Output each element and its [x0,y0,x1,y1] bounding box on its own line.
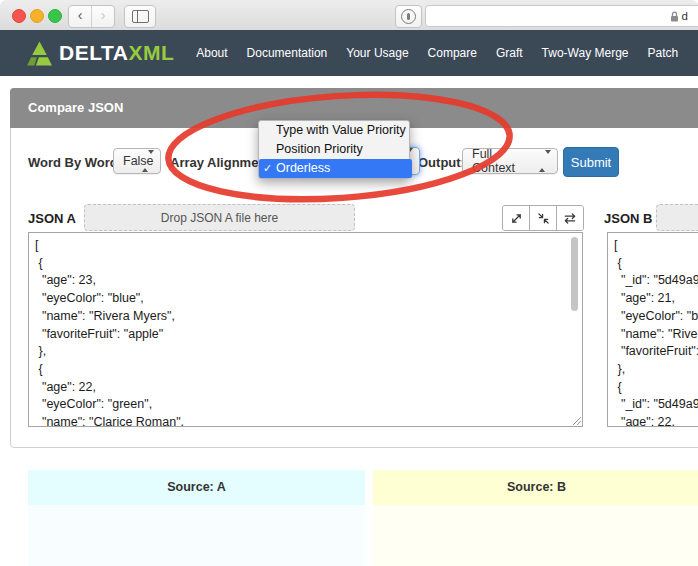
browser-window: ‹ › d DELTAXML [0,0,698,566]
traffic-light-close-icon[interactable] [12,9,26,23]
json-a-label: JSON A [28,211,76,226]
json-a-textarea[interactable]: [ { "age": 23, "eyeColor": "blue", "name… [28,232,583,427]
nav-item-about[interactable]: About [196,46,227,60]
json-a-scrollbar[interactable] [571,237,578,311]
forward-button[interactable]: › [91,6,114,27]
dropdown-option-type-with-value-priority[interactable]: Type with Value Priority [259,121,409,140]
source-b-body [373,505,698,566]
source-b-section: Source: B [373,470,698,566]
dropdown-option-orderless[interactable]: ✓ Orderless [259,159,412,178]
nav-item-graft[interactable]: Graft [496,46,523,60]
source-b-header: Source: B [373,470,698,505]
select-stepper-icon [142,154,154,168]
browser-toolbar: ‹ › d [0,0,698,31]
dropdown-option-position-priority[interactable]: Position Priority [259,140,409,159]
expand-icon [510,212,523,225]
back-button[interactable]: ‹ [69,6,91,27]
brand-xml: XML [128,41,174,64]
swap-button[interactable] [556,206,583,230]
checkmark-icon: ✓ [263,159,272,178]
json-a-dropzone[interactable]: Drop JSON A file here [84,204,355,231]
traffic-light-zoom-icon[interactable] [48,9,62,23]
submit-button[interactable]: Submit [563,147,619,177]
history-nav-group: ‹ › [68,5,115,28]
source-a-section: Source: A [28,470,365,566]
nav-item-patch[interactable]: Patch [648,46,679,60]
json-b-dropzone[interactable] [656,204,698,231]
main-navbar: DELTAXML About Documentation Your Usage … [0,30,698,76]
nav-item-your-usage[interactable]: Your Usage [346,46,408,60]
url-text: d [682,10,688,22]
sidebar-icon [132,10,149,23]
collapse-button[interactable] [529,206,556,230]
output-value: Full Context [472,147,537,175]
deltaxml-logo[interactable]: DELTAXML [26,40,174,67]
nav-item-documentation[interactable]: Documentation [247,46,328,60]
source-a-header: Source: A [28,470,365,505]
collapse-icon [537,212,550,225]
brand-delta: DELTA [59,41,128,64]
source-a-body [28,505,365,566]
address-bar[interactable]: d [425,5,698,27]
word-by-word-select[interactable]: False [113,148,161,174]
array-alignment-dropdown: Type with Value Priority Position Priori… [258,120,410,179]
nav-item-compare[interactable]: Compare [428,46,477,60]
delta-logo-icon [26,40,53,67]
select-stepper-icon [539,154,551,168]
nav-menu: About Documentation Your Usage Compare G… [196,46,678,60]
textarea-controls [502,205,584,231]
expand-button[interactable] [503,206,529,230]
lock-icon [670,11,679,22]
json-b-textarea[interactable]: [ { "_id": "5d49a9 "age": 21, "eyeColor"… [607,232,698,427]
brand-text: DELTAXML [59,41,174,65]
traffic-light-minimize-icon[interactable] [30,9,44,23]
output-label: Output: [418,155,465,170]
sidebar-toggle-button[interactable] [124,5,156,28]
json-b-label: JSON B [604,211,652,226]
json-a-content: [ { "age": 23, "eyeColor": "blue", "name… [29,233,582,427]
word-by-word-label: Word By Word: [28,155,122,170]
swap-icon [563,212,577,225]
output-select[interactable]: Full Context [462,148,558,174]
password-extension-button[interactable] [395,5,422,28]
json-b-content: [ { "_id": "5d49a9 "age": 21, "eyeColor"… [608,233,698,427]
password-extension-icon [401,9,416,24]
dropdown-selected-label: Orderless [276,161,330,175]
nav-item-two-way-merge[interactable]: Two-Way Merge [542,46,629,60]
